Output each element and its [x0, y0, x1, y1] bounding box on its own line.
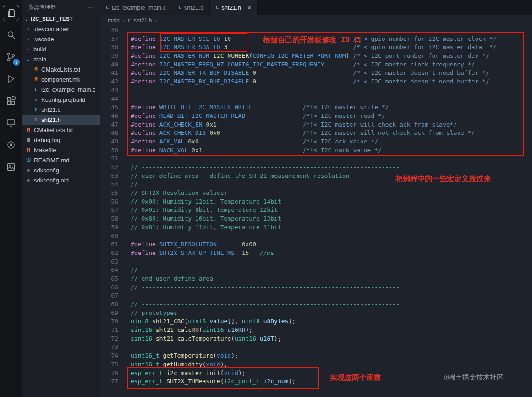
- file-label: sht21.h: [41, 116, 61, 123]
- code-editor[interactable]: 3637#define I2C_MASTER_SCL_IO 10 /*!< gp…: [100, 26, 532, 397]
- code-line[interactable]: 54//: [100, 180, 532, 189]
- code-text: #define I2C_MASTER_FREQ_HZ CONFIG_I2C_MA…: [118, 61, 475, 69]
- code-line[interactable]: 55// SHT2X Resolution values:: [100, 189, 532, 198]
- code-line[interactable]: 60: [100, 232, 532, 241]
- search-icon[interactable]: [0, 24, 22, 46]
- code-line[interactable]: 64//: [100, 266, 532, 275]
- code-line[interactable]: 75uint16_t getHumidity(void);: [100, 360, 532, 369]
- project-section-header[interactable]: ⌄ I2C_SELF_TEST: [22, 14, 100, 24]
- code-line[interactable]: 51: [100, 154, 532, 163]
- line-number: 73: [100, 343, 118, 352]
- code-line[interactable]: 52// -----------------------------------…: [100, 163, 532, 172]
- tab-sht21.h[interactable]: Csht21.h×: [210, 0, 258, 15]
- activity-bar: 3: [0, 0, 22, 397]
- line-number: 76: [100, 369, 118, 378]
- file-label: sdkconfig.old: [34, 177, 69, 184]
- close-icon[interactable]: ×: [247, 4, 251, 11]
- code-line[interactable]: 61#define SHT2X_RESOLUTION 0x00: [100, 240, 532, 249]
- code-line[interactable]: 77esp_err_t SHT2X_THMeasure(i2c_port_t i…: [100, 377, 532, 386]
- breadcrumb-item[interactable]: ...: [160, 17, 165, 24]
- breadcrumb[interactable]: main›Csht21.h›...: [100, 15, 532, 26]
- code-line[interactable]: 45#define WRITE_BIT I2C_MASTER_WRITE /*!…: [100, 103, 532, 112]
- tab-i2c_example_main.c[interactable]: Ci2c_example_main.c: [100, 0, 172, 15]
- code-line[interactable]: 74uint16_t getTemperature(void);: [100, 352, 532, 360]
- image-tool-icon[interactable]: [0, 156, 22, 178]
- file-type-icon: M: [33, 77, 39, 82]
- run-debug-icon[interactable]: [0, 68, 22, 90]
- file-tree-item-.devcontainer[interactable]: ›.devcontainer: [22, 24, 100, 34]
- breadcrumb-item[interactable]: main: [108, 17, 120, 24]
- file-tree-item-CMakeLists.txt[interactable]: MCMakeLists.txt: [22, 64, 100, 74]
- code-line[interactable]: 67: [100, 292, 532, 300]
- vscode-window: 3 资源管理器 ⋯ ⌄ I2C_SELF_TEST ›.devcontainer…: [0, 0, 532, 397]
- code-line[interactable]: 72sint16 sht21_calcTemperature(uint16 u1…: [100, 335, 532, 343]
- explorer-icon[interactable]: [0, 2, 22, 24]
- code-line[interactable]: 41#define I2C_MASTER_TX_BUF_DISABLE 0 /*…: [100, 69, 532, 77]
- code-line[interactable]: 76esp_err_t i2c_master_init(void);: [100, 369, 532, 378]
- code-line[interactable]: 37#define I2C_MASTER_SCL_IO 10 /*!< gpio…: [100, 35, 532, 44]
- code-text: [118, 95, 131, 104]
- chevron-right-icon: ›: [26, 47, 31, 52]
- line-number: 47: [100, 121, 118, 129]
- code-line[interactable]: 73: [100, 343, 532, 352]
- code-line[interactable]: 68// -----------------------------------…: [100, 300, 532, 309]
- line-number: 48: [100, 129, 118, 138]
- code-line[interactable]: 47#define ACK_CHECK_EN 0x1 /*!< I2C mast…: [100, 121, 532, 129]
- file-tree-item-sdkconfig.old[interactable]: ⚙sdkconfig.old: [22, 175, 100, 185]
- file-tree-item-README.md[interactable]: ⓘREADME.md: [22, 155, 100, 165]
- code-line[interactable]: 38#define I2C_MASTER_SDA_IO 3 /*!< gpio …: [100, 43, 532, 52]
- file-tree-item-main[interactable]: ⌄main: [22, 54, 100, 64]
- source-control-icon[interactable]: 3: [0, 46, 22, 68]
- code-line[interactable]: 59// 0x81: Humidity 11bit, Temperature 1…: [100, 223, 532, 232]
- extensions-icon[interactable]: [0, 90, 22, 112]
- code-line[interactable]: 56// 0x00: Humidity 12bit, Temperature 1…: [100, 198, 532, 206]
- code-line[interactable]: 49#define ACK_VAL 0x0 /*!< I2C ack value…: [100, 138, 532, 146]
- breadcrumb-item[interactable]: sht21.h: [134, 17, 152, 24]
- file-tree-item-Makefile[interactable]: MMakefile: [22, 145, 100, 155]
- file-tree-item-CMakeLists.txt[interactable]: MCMakeLists.txt: [22, 125, 100, 135]
- code-line[interactable]: 40#define I2C_MASTER_FREQ_HZ CONFIG_I2C_…: [100, 61, 532, 69]
- line-number: 51: [100, 154, 118, 163]
- file-label: CMakeLists.txt: [34, 127, 73, 133]
- file-tree-item-.vscode[interactable]: ›.vscode: [22, 34, 100, 44]
- code-line[interactable]: 48#define ACK_CHECK_DIS 0x0 /*!< I2C mas…: [100, 129, 532, 138]
- file-tree-item-sht21.h[interactable]: Csht21.h: [22, 115, 100, 125]
- file-tree-item-i2c_example_main.c[interactable]: Ci2c_example_main.c: [22, 84, 100, 94]
- remote-explorer-icon[interactable]: [0, 112, 22, 134]
- file-tree-item-component.mk[interactable]: Mcomponent.mk: [22, 74, 100, 84]
- code-line[interactable]: 43: [100, 86, 532, 95]
- code-line[interactable]: 63: [100, 258, 532, 266]
- line-number: 39: [100, 52, 118, 61]
- code-line[interactable]: 71sint16 sht21_calcRH(uint16 u16RH);: [100, 326, 532, 335]
- file-tree-item-sdkconfig[interactable]: ⚙sdkconfig: [22, 165, 100, 175]
- code-line[interactable]: 70uint8 sht21_CRC(uint8 value[], uint8 u…: [100, 317, 532, 326]
- code-text: #define I2C_MASTER_RX_BUF_DISABLE 0 /*!<…: [118, 77, 489, 86]
- sidebar-more-actions-icon[interactable]: ⋯: [88, 3, 94, 11]
- file-label: main: [33, 56, 46, 63]
- tab-sht21.c[interactable]: Csht21.c: [172, 0, 210, 15]
- ports-icon[interactable]: [0, 134, 22, 156]
- file-tree-item-sht21.c[interactable]: Csht21.c: [22, 105, 100, 115]
- code-line[interactable]: 42#define I2C_MASTER_RX_BUF_DISABLE 0 /*…: [100, 77, 532, 86]
- code-line[interactable]: 50#define NACK_VAL 0x1 /*!< I2C nack val…: [100, 146, 532, 155]
- code-line[interactable]: 58// 0x80: Humidity 10bit, Temperature 1…: [100, 215, 532, 223]
- code-line[interactable]: 53// user define area - define the SHT21…: [100, 172, 532, 181]
- code-line[interactable]: 69// prototypes: [100, 309, 532, 318]
- code-line[interactable]: 66// -----------------------------------…: [100, 283, 532, 292]
- file-tree-item-Kconfig.projbuild[interactable]: ⚙Kconfig.projbuild: [22, 94, 100, 105]
- line-number: 45: [100, 103, 118, 112]
- file-tree-item-debug.log[interactable]: ≣debug.log: [22, 135, 100, 145]
- code-line[interactable]: 46#define READ_BIT I2C_MASTER_READ /*!< …: [100, 112, 532, 121]
- code-text: [118, 26, 131, 35]
- line-number: 77: [100, 377, 118, 386]
- code-line[interactable]: 36: [100, 26, 532, 35]
- file-type-icon: ⚙: [33, 97, 39, 102]
- code-line[interactable]: 44: [100, 95, 532, 104]
- code-line[interactable]: 62#define SHT2X_STARTUP_TIME_MS 15 //ms: [100, 249, 532, 258]
- code-line[interactable]: 39#define I2C_MASTER_NUM I2C_NUMBER(CONF…: [100, 52, 532, 61]
- file-label: sdkconfig: [34, 167, 59, 174]
- line-number: 72: [100, 335, 118, 343]
- code-line[interactable]: 65// end user define area: [100, 275, 532, 283]
- file-tree-item-build[interactable]: ›build: [22, 44, 100, 54]
- code-line[interactable]: 57// 0x01: Humidity 8bit, Temperature 12…: [100, 206, 532, 215]
